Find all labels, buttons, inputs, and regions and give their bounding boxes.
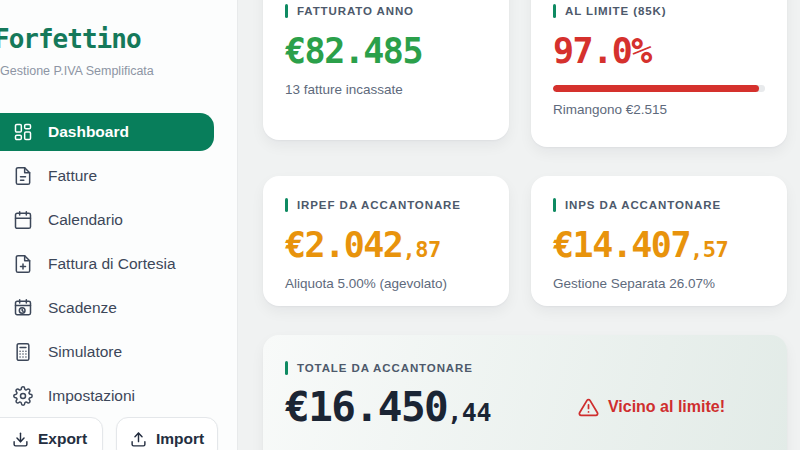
irpef-value-main: €2.042	[285, 225, 402, 265]
limit-warning: Vicino al limite!	[578, 397, 725, 418]
upload-icon	[130, 431, 147, 448]
dashboard-grid-icon	[13, 122, 33, 142]
irpef-value: €2.042,87	[285, 225, 487, 265]
sidebar-item-label: Dashboard	[48, 123, 129, 141]
card-irpef-da-accantonare: IRPEF DA ACCANTONARE €2.042,87 Aliquota …	[263, 176, 509, 306]
card-title: FATTURATO ANNO	[297, 5, 414, 17]
calendar-icon	[13, 210, 33, 230]
sidebar-item-scadenze[interactable]: Scadenze	[0, 289, 237, 327]
download-icon	[12, 431, 29, 448]
sidebar-item-fattura-di-cortesia[interactable]: Fattura di Cortesia	[0, 245, 237, 283]
card-label: IRPEF DA ACCANTONARE	[285, 198, 487, 212]
import-button[interactable]: Import	[116, 417, 218, 450]
app-root: Forfettino Gestione P.IVA Semplificata D…	[0, 0, 800, 450]
totale-value-decimals: ,44	[447, 398, 491, 427]
app-logo: Forfettino	[0, 24, 141, 54]
calculator-icon	[13, 342, 33, 362]
limit-subtext: Rimangono €2.515	[553, 102, 765, 117]
sidebar-item-label: Fatture	[48, 167, 97, 185]
label-accent-bar	[285, 198, 288, 212]
app-tagline: Gestione P.IVA Semplificata	[0, 64, 154, 78]
inps-value-main: €14.407	[553, 225, 690, 265]
fatturato-value: €82.485	[285, 31, 487, 71]
document-icon	[13, 166, 33, 186]
sidebar-item-label: Scadenze	[48, 299, 117, 317]
irpef-subtext: Aliquota 5.00% (agevolato)	[285, 276, 487, 291]
sidebar-item-dashboard[interactable]: Dashboard	[0, 113, 214, 151]
sidebar-item-label: Simulatore	[48, 343, 122, 361]
calendar-clock-icon	[13, 298, 33, 318]
label-accent-bar	[553, 198, 556, 212]
import-button-label: Import	[156, 430, 204, 448]
card-title: INPS DA ACCANTONARE	[565, 199, 721, 211]
card-inps-da-accantonare: INPS DA ACCANTONARE €14.407,57 Gestione …	[531, 176, 787, 306]
label-accent-bar	[553, 4, 556, 18]
card-al-limite: AL LIMITE (85K) 97.0% Rimangono €2.515	[531, 0, 787, 147]
sidebar-item-impostazioni[interactable]: Impostazioni	[0, 377, 237, 415]
card-label: INPS DA ACCANTONARE	[553, 198, 765, 212]
totale-value-main: €16.450	[285, 383, 447, 431]
label-accent-bar	[285, 4, 288, 18]
totale-row: €16.450,44 Vicino al limite!	[285, 383, 765, 431]
card-label: AL LIMITE (85K)	[553, 4, 765, 18]
limit-percentage-value: 97.0%	[553, 31, 765, 71]
export-button[interactable]: Export	[0, 417, 103, 450]
gear-icon	[13, 386, 33, 406]
inps-value: €14.407,57	[553, 225, 765, 265]
sidebar-item-fatture[interactable]: Fatture	[0, 157, 237, 195]
inps-subtext: Gestione Separata 26.07%	[553, 276, 765, 291]
warning-triangle-icon	[578, 397, 599, 418]
card-title: AL LIMITE (85K)	[565, 5, 666, 17]
sidebar-item-label: Impostazioni	[48, 387, 135, 405]
label-accent-bar	[285, 361, 288, 375]
sidebar-item-label: Fattura di Cortesia	[48, 255, 176, 273]
sidebar-item-calendario[interactable]: Calendario	[0, 201, 237, 239]
card-title: IRPEF DA ACCANTONARE	[297, 199, 461, 211]
export-button-label: Export	[38, 430, 87, 448]
card-title: TOTALE DA ACCANTONARE	[297, 362, 473, 374]
warning-text: Vicino al limite!	[608, 398, 725, 416]
inps-value-decimals: ,57	[690, 237, 728, 262]
card-totale-da-accantonare: TOTALE DA ACCANTONARE €16.450,44 Vicino …	[263, 335, 787, 450]
document-plus-icon	[13, 254, 33, 274]
card-fatturato-anno: FATTURATO ANNO €82.485 13 fatture incass…	[263, 0, 509, 140]
sidebar-item-label: Calendario	[48, 211, 123, 229]
totale-value: €16.450,44	[285, 383, 491, 431]
dashboard-content: FATTURATO ANNO €82.485 13 fatture incass…	[238, 0, 800, 450]
limit-progress-bar	[553, 85, 765, 92]
fatturato-subtext: 13 fatture incassate	[285, 82, 487, 97]
card-label: FATTURATO ANNO	[285, 4, 487, 18]
limit-progress-fill	[553, 85, 759, 92]
sidebar-nav: Dashboard Fatture Calendario Fattura di …	[0, 113, 237, 421]
sidebar: Forfettino Gestione P.IVA Semplificata D…	[0, 0, 238, 450]
irpef-value-decimals: ,87	[402, 237, 440, 262]
sidebar-item-simulatore[interactable]: Simulatore	[0, 333, 237, 371]
card-label: TOTALE DA ACCANTONARE	[285, 361, 765, 375]
